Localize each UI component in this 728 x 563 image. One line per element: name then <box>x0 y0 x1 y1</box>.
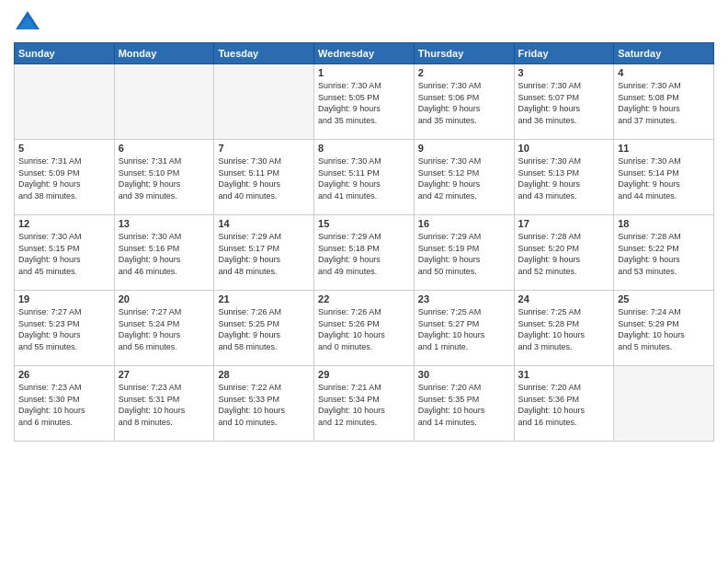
day-number: 15 <box>318 218 410 229</box>
day-info: Sunrise: 7:28 AM Sunset: 5:20 PM Dayligh… <box>518 231 610 277</box>
calendar-week-row: 1Sunrise: 7:30 AM Sunset: 5:05 PM Daylig… <box>15 64 714 140</box>
calendar-week-row: 12Sunrise: 7:30 AM Sunset: 5:15 PM Dayli… <box>15 215 714 291</box>
day-info: Sunrise: 7:30 AM Sunset: 5:05 PM Dayligh… <box>318 80 410 126</box>
logo <box>14 9 43 37</box>
calendar-cell: 23Sunrise: 7:25 AM Sunset: 5:27 PM Dayli… <box>414 291 514 366</box>
day-info: Sunrise: 7:30 AM Sunset: 5:16 PM Dayligh… <box>119 231 210 277</box>
day-info: Sunrise: 7:26 AM Sunset: 5:25 PM Dayligh… <box>218 306 310 352</box>
calendar-cell: 8Sunrise: 7:30 AM Sunset: 5:11 PM Daylig… <box>314 140 415 215</box>
calendar-cell: 6Sunrise: 7:31 AM Sunset: 5:10 PM Daylig… <box>114 140 214 215</box>
day-info: Sunrise: 7:30 AM Sunset: 5:11 PM Dayligh… <box>218 155 310 201</box>
day-info: Sunrise: 7:31 AM Sunset: 5:09 PM Dayligh… <box>18 155 110 201</box>
day-info: Sunrise: 7:22 AM Sunset: 5:33 PM Dayligh… <box>218 382 310 428</box>
calendar-cell <box>114 64 214 140</box>
day-number: 7 <box>218 143 310 154</box>
day-info: Sunrise: 7:21 AM Sunset: 5:34 PM Dayligh… <box>318 382 410 428</box>
day-number: 12 <box>18 218 110 229</box>
calendar-cell: 7Sunrise: 7:30 AM Sunset: 5:11 PM Daylig… <box>214 140 314 215</box>
weekday-header: Tuesday <box>214 43 314 64</box>
weekday-header-row: SundayMondayTuesdayWednesdayThursdayFrid… <box>15 43 714 64</box>
weekday-header: Friday <box>514 43 614 64</box>
day-info: Sunrise: 7:31 AM Sunset: 5:10 PM Dayligh… <box>119 155 210 201</box>
day-number: 6 <box>119 143 210 154</box>
day-number: 23 <box>418 293 510 304</box>
day-info: Sunrise: 7:29 AM Sunset: 5:19 PM Dayligh… <box>418 231 510 277</box>
day-info: Sunrise: 7:27 AM Sunset: 5:23 PM Dayligh… <box>18 306 110 352</box>
day-number: 29 <box>318 369 410 380</box>
calendar-cell <box>15 64 115 140</box>
day-number: 28 <box>218 369 310 380</box>
logo-icon <box>14 9 41 37</box>
day-number: 5 <box>18 143 110 154</box>
day-number: 18 <box>618 218 710 229</box>
calendar-cell: 13Sunrise: 7:30 AM Sunset: 5:16 PM Dayli… <box>114 215 214 291</box>
calendar-week-row: 5Sunrise: 7:31 AM Sunset: 5:09 PM Daylig… <box>15 140 714 215</box>
day-info: Sunrise: 7:28 AM Sunset: 5:22 PM Dayligh… <box>618 231 710 277</box>
calendar-week-row: 26Sunrise: 7:23 AM Sunset: 5:30 PM Dayli… <box>15 366 714 442</box>
day-info: Sunrise: 7:23 AM Sunset: 5:31 PM Dayligh… <box>119 382 210 428</box>
day-number: 14 <box>218 218 310 229</box>
day-info: Sunrise: 7:27 AM Sunset: 5:24 PM Dayligh… <box>119 306 210 352</box>
calendar-cell <box>614 366 714 442</box>
calendar-cell: 20Sunrise: 7:27 AM Sunset: 5:24 PM Dayli… <box>114 291 214 366</box>
day-number: 30 <box>418 369 510 380</box>
calendar-table: SundayMondayTuesdayWednesdayThursdayFrid… <box>14 42 714 442</box>
day-info: Sunrise: 7:29 AM Sunset: 5:18 PM Dayligh… <box>318 231 410 277</box>
day-number: 3 <box>518 67 610 78</box>
day-info: Sunrise: 7:25 AM Sunset: 5:27 PM Dayligh… <box>418 306 510 352</box>
day-number: 24 <box>518 293 610 304</box>
calendar-cell: 3Sunrise: 7:30 AM Sunset: 5:07 PM Daylig… <box>514 64 614 140</box>
calendar-cell: 5Sunrise: 7:31 AM Sunset: 5:09 PM Daylig… <box>15 140 115 215</box>
calendar-cell: 9Sunrise: 7:30 AM Sunset: 5:12 PM Daylig… <box>414 140 514 215</box>
calendar-cell: 17Sunrise: 7:28 AM Sunset: 5:20 PM Dayli… <box>514 215 614 291</box>
calendar-cell: 24Sunrise: 7:25 AM Sunset: 5:28 PM Dayli… <box>514 291 614 366</box>
calendar-cell: 4Sunrise: 7:30 AM Sunset: 5:08 PM Daylig… <box>614 64 714 140</box>
day-number: 16 <box>418 218 510 229</box>
day-number: 31 <box>518 369 610 380</box>
day-number: 21 <box>218 293 310 304</box>
calendar-cell: 2Sunrise: 7:30 AM Sunset: 5:06 PM Daylig… <box>414 64 514 140</box>
day-info: Sunrise: 7:30 AM Sunset: 5:06 PM Dayligh… <box>418 80 510 126</box>
calendar-cell: 21Sunrise: 7:26 AM Sunset: 5:25 PM Dayli… <box>214 291 314 366</box>
calendar-cell: 31Sunrise: 7:20 AM Sunset: 5:36 PM Dayli… <box>514 366 614 442</box>
day-number: 20 <box>119 293 210 304</box>
header <box>14 9 714 37</box>
day-number: 22 <box>318 293 410 304</box>
day-info: Sunrise: 7:20 AM Sunset: 5:36 PM Dayligh… <box>518 382 610 428</box>
calendar-cell: 15Sunrise: 7:29 AM Sunset: 5:18 PM Dayli… <box>314 215 415 291</box>
weekday-header: Saturday <box>614 43 714 64</box>
day-info: Sunrise: 7:24 AM Sunset: 5:29 PM Dayligh… <box>618 306 710 352</box>
weekday-header: Sunday <box>15 43 115 64</box>
day-info: Sunrise: 7:29 AM Sunset: 5:17 PM Dayligh… <box>218 231 310 277</box>
calendar-cell: 28Sunrise: 7:22 AM Sunset: 5:33 PM Dayli… <box>214 366 314 442</box>
day-number: 27 <box>119 369 210 380</box>
day-number: 26 <box>18 369 110 380</box>
calendar-cell: 30Sunrise: 7:20 AM Sunset: 5:35 PM Dayli… <box>414 366 514 442</box>
day-number: 10 <box>518 143 610 154</box>
calendar-cell: 18Sunrise: 7:28 AM Sunset: 5:22 PM Dayli… <box>614 215 714 291</box>
calendar-cell: 11Sunrise: 7:30 AM Sunset: 5:14 PM Dayli… <box>614 140 714 215</box>
weekday-header: Wednesday <box>314 43 415 64</box>
calendar-week-row: 19Sunrise: 7:27 AM Sunset: 5:23 PM Dayli… <box>15 291 714 366</box>
day-number: 19 <box>18 293 110 304</box>
calendar-cell: 22Sunrise: 7:26 AM Sunset: 5:26 PM Dayli… <box>314 291 415 366</box>
day-number: 9 <box>418 143 510 154</box>
day-info: Sunrise: 7:30 AM Sunset: 5:07 PM Dayligh… <box>518 80 610 126</box>
calendar-cell: 25Sunrise: 7:24 AM Sunset: 5:29 PM Dayli… <box>614 291 714 366</box>
day-number: 8 <box>318 143 410 154</box>
calendar-cell: 26Sunrise: 7:23 AM Sunset: 5:30 PM Dayli… <box>15 366 115 442</box>
day-info: Sunrise: 7:30 AM Sunset: 5:14 PM Dayligh… <box>618 155 710 201</box>
weekday-header: Thursday <box>414 43 514 64</box>
calendar-cell: 29Sunrise: 7:21 AM Sunset: 5:34 PM Dayli… <box>314 366 415 442</box>
day-info: Sunrise: 7:30 AM Sunset: 5:12 PM Dayligh… <box>418 155 510 201</box>
day-number: 13 <box>119 218 210 229</box>
calendar-cell: 1Sunrise: 7:30 AM Sunset: 5:05 PM Daylig… <box>314 64 415 140</box>
day-info: Sunrise: 7:30 AM Sunset: 5:15 PM Dayligh… <box>18 231 110 277</box>
day-number: 17 <box>518 218 610 229</box>
day-info: Sunrise: 7:30 AM Sunset: 5:13 PM Dayligh… <box>518 155 610 201</box>
day-info: Sunrise: 7:25 AM Sunset: 5:28 PM Dayligh… <box>518 306 610 352</box>
calendar-cell: 10Sunrise: 7:30 AM Sunset: 5:13 PM Dayli… <box>514 140 614 215</box>
calendar-cell: 12Sunrise: 7:30 AM Sunset: 5:15 PM Dayli… <box>15 215 115 291</box>
day-number: 1 <box>318 67 410 78</box>
calendar-cell <box>214 64 314 140</box>
